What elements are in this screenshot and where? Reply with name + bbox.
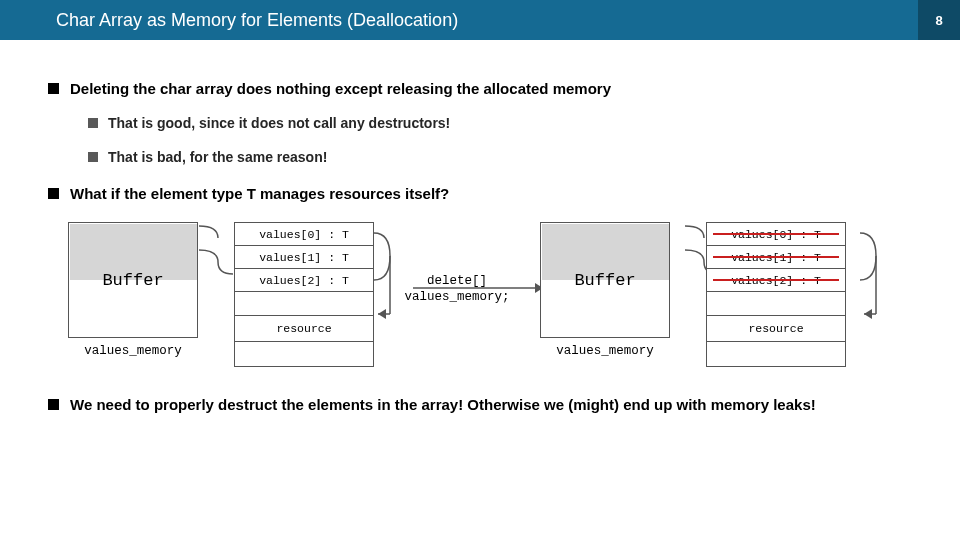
- values-cells-left: values[0] : T values[1] : T values[2] : …: [234, 222, 374, 367]
- slide: Char Array as Memory for Elements (Deall…: [0, 0, 960, 540]
- cell-v2-left: values[2] : T: [234, 268, 374, 291]
- values-memory-label-right: values_memory: [540, 344, 670, 358]
- bullet-1a: That is good, since it does not call any…: [88, 115, 912, 131]
- buffer-label-left: Buffer: [102, 271, 163, 290]
- delete-op-l1: delete[]: [392, 273, 522, 289]
- buffer-box-right: Buffer: [540, 222, 670, 338]
- values-memory-label-left: values_memory: [68, 344, 198, 358]
- buffer-right: Buffer values_memory: [540, 222, 670, 358]
- cell-gap-left: [234, 291, 374, 315]
- buffer-label-right: Buffer: [574, 271, 635, 290]
- bullet-1b: That is bad, for the same reason!: [88, 149, 912, 165]
- delete-op-l2: values_memory;: [392, 289, 522, 305]
- bullet-1: Deleting the char array does nothing exc…: [48, 80, 912, 165]
- values-cells-right: values[0] : T values[1] : T values[2] : …: [706, 222, 846, 367]
- strike-icon: [713, 279, 839, 281]
- buffer-left: Buffer values_memory: [68, 222, 198, 358]
- delete-op: delete[] values_memory;: [392, 273, 522, 306]
- svg-marker-1: [378, 309, 386, 319]
- header: Char Array as Memory for Elements (Deall…: [0, 0, 960, 40]
- bullet-2: What if the element type T manages resou…: [48, 185, 912, 202]
- diagram: Buffer values_memory values[0] : T value…: [68, 222, 912, 372]
- cell-v1-right: values[1] : T: [706, 245, 846, 268]
- cell-gap-right: [706, 291, 846, 315]
- cell-end-left: [234, 341, 374, 367]
- bullet-1-text: Deleting the char array does nothing exc…: [70, 80, 611, 97]
- cell-v2-right: values[2] : T: [706, 268, 846, 291]
- strike-icon: [713, 256, 839, 258]
- bullet-3: We need to properly destruct the element…: [48, 396, 912, 413]
- content: Deleting the char array does nothing exc…: [0, 40, 960, 413]
- cell-resource-left: resource: [234, 315, 374, 341]
- cell-v1-left: values[1] : T: [234, 245, 374, 268]
- cell-v0-left: values[0] : T: [234, 222, 374, 245]
- cell-end-right: [706, 341, 846, 367]
- svg-marker-5: [864, 309, 872, 319]
- slide-title: Char Array as Memory for Elements (Deall…: [0, 0, 918, 40]
- buffer-box-left: Buffer: [68, 222, 198, 338]
- strike-icon: [713, 233, 839, 235]
- cell-v0-right: values[0] : T: [706, 222, 846, 245]
- page-number: 8: [918, 0, 960, 40]
- cell-resource-right: resource: [706, 315, 846, 341]
